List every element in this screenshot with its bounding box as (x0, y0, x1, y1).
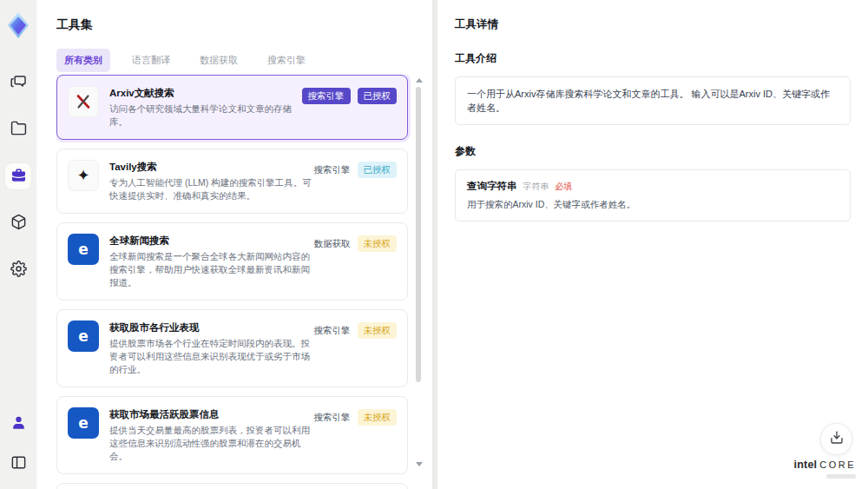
arxiv-logo-icon (68, 86, 99, 117)
sidebar-bottom (5, 411, 31, 477)
tool-name: 获取股市各行业表现 (109, 320, 314, 334)
tab-search-engine[interactable]: 搜索引擎 (260, 49, 313, 72)
tool-detail-panel: 工具详情 工具介绍 一个用于从Arxiv存储库搜索科学论文和文章的工具。 输入可… (432, 0, 868, 489)
param-required-flag: 必填 (556, 181, 573, 193)
tool-name: Arxiv文献搜索 (109, 86, 302, 100)
params-heading: 参数 (455, 144, 851, 159)
tool-desc: 专为人工智能代理 (LLM) 构建的搜索引擎工具。可快速提供实时、准确和真实的结… (109, 176, 314, 202)
category-tabs: 所有类别 语言翻译 数据获取 搜索引擎 (56, 49, 432, 72)
scroll-up-arrow-icon[interactable] (416, 78, 423, 83)
download-button[interactable] (820, 423, 852, 455)
tool-card-arxiv[interactable]: Arxiv文献搜索 访问各个研究领域大量科学论文和文章的存储库。 搜索引擎 已授… (56, 75, 408, 140)
tool-card-global-news[interactable]: e 全球新闻搜索 全球新闻搜索是一个聚合全球各大新闻网站内容的搜索引擎，帮助用户… (56, 222, 408, 301)
sidebar-item-chat[interactable] (5, 69, 31, 96)
sidebar-item-tools[interactable] (5, 163, 31, 189)
category-label: 搜索引擎 (314, 412, 351, 424)
category-badge: 搜索引擎 (302, 88, 351, 104)
download-icon (829, 430, 845, 448)
page-title: 工具集 (56, 17, 432, 33)
sidebar-item-files[interactable] (5, 116, 31, 142)
tool-card-tavily[interactable]: ✦ Tavily搜索 专为人工智能代理 (LLM) 构建的搜索引擎工具。可快速提… (56, 149, 408, 214)
category-label: 搜索引擎 (314, 164, 351, 176)
tab-data-fetching[interactable]: 数据获取 (192, 49, 246, 72)
tools-panel: 工具集 所有类别 语言翻译 数据获取 搜索引擎 Arxiv文献搜索 访问各个研究… (36, 0, 432, 489)
tool-desc: 提供股票市场各个行业在特定时间段内的表现。投资者可以利用这些信息来识别表现优于或… (109, 337, 314, 376)
scrollbar-thumb[interactable] (416, 87, 421, 382)
tool-card-sector-performance[interactable]: e 获取股市各行业表现 提供股票市场各个行业在特定时间段内的表现。投资者可以利用… (56, 309, 408, 387)
user-icon (10, 414, 27, 433)
tool-name: Tavily搜索 (109, 160, 314, 174)
core-brand-text: core (819, 459, 856, 470)
sidebar-nav (5, 69, 31, 283)
auth-badge: 未授权 (358, 235, 398, 252)
intro-heading: 工具介绍 (455, 51, 851, 66)
folder-icon (10, 120, 27, 139)
panel-icon (10, 454, 27, 473)
auth-badge: 已授权 (358, 88, 398, 104)
toolbox-icon (10, 167, 27, 186)
tool-card-active-stocks[interactable]: e 获取市场最活跃股票信息 提供当天交易量最高的股票列表，投资者可以利用这些信息… (56, 396, 408, 474)
user-profile-button[interactable] (5, 411, 31, 437)
category-label: 搜索引擎 (314, 325, 351, 337)
category-label: 数据获取 (314, 238, 351, 250)
detail-title: 工具详情 (455, 17, 851, 32)
blue-app-icon: e (68, 320, 99, 352)
tavily-star-icon: ✦ (68, 160, 99, 191)
tab-all-categories[interactable]: 所有类别 (56, 49, 110, 72)
param-box: 查询字符串 字符串 必填 用于搜索的Arxiv ID、关键字或作者姓名。 (455, 169, 851, 221)
diamond-logo-icon[interactable] (5, 10, 31, 40)
blue-app-icon: e (68, 407, 99, 439)
intel-brand-text: intel (794, 459, 818, 471)
intel-core-logo: intelcore (794, 456, 856, 479)
intel-sub-mark (826, 474, 856, 479)
tool-name: 获取市场最活跃股票信息 (109, 407, 314, 421)
gear-icon (10, 261, 27, 280)
tool-list: Arxiv文献搜索 访问各个研究领域大量科学论文和文章的存储库。 搜索引擎 已授… (56, 75, 424, 489)
app-window: 工具集 所有类别 语言翻译 数据获取 搜索引擎 Arxiv文献搜索 访问各个研究… (0, 0, 868, 489)
param-type: 字符串 (523, 181, 549, 193)
left-sidebar (0, 0, 36, 489)
param-name: 查询字符串 (467, 180, 517, 193)
tool-card-regional-news[interactable]: 万维地区新闻查询 查询具体行政区划内的新闻，快速了解各地新闻动 搜索引擎 未授权 (56, 483, 408, 489)
blue-app-icon: e (68, 234, 99, 265)
intro-text: 一个用于从Arxiv存储库搜索科学论文和文章的工具。 输入可以是Arxiv ID… (467, 87, 838, 115)
tool-name: 全球新闻搜索 (109, 234, 314, 248)
cube-icon (10, 214, 27, 233)
sidebar-item-models[interactable] (5, 210, 31, 236)
tool-desc: 访问各个研究领域大量科学论文和文章的存储库。 (109, 102, 302, 129)
sidebar-item-settings[interactable] (5, 257, 31, 283)
auth-badge: 未授权 (358, 409, 398, 426)
chat-icon (10, 73, 27, 92)
tool-desc: 全球新闻搜索是一个聚合全球各大新闻网站内容的搜索引擎，帮助用户快速获取全球最新资… (109, 250, 314, 289)
scroll-down-arrow-icon[interactable] (416, 462, 423, 466)
auth-badge: 已授权 (358, 162, 398, 178)
auth-badge: 未授权 (358, 322, 398, 339)
tab-language-translation[interactable]: 语言翻译 (124, 49, 178, 72)
param-desc: 用于搜索的Arxiv ID、关键字或作者姓名。 (467, 199, 838, 211)
intro-box: 一个用于从Arxiv存储库搜索科学论文和文章的工具。 输入可以是Arxiv ID… (455, 76, 851, 125)
list-scrollbar[interactable] (415, 76, 422, 486)
collapse-panel-button[interactable] (5, 451, 31, 477)
tool-desc: 提供当天交易量最高的股票列表，投资者可以利用这些信息来识别流动性强的股票和潜在的… (109, 424, 314, 463)
